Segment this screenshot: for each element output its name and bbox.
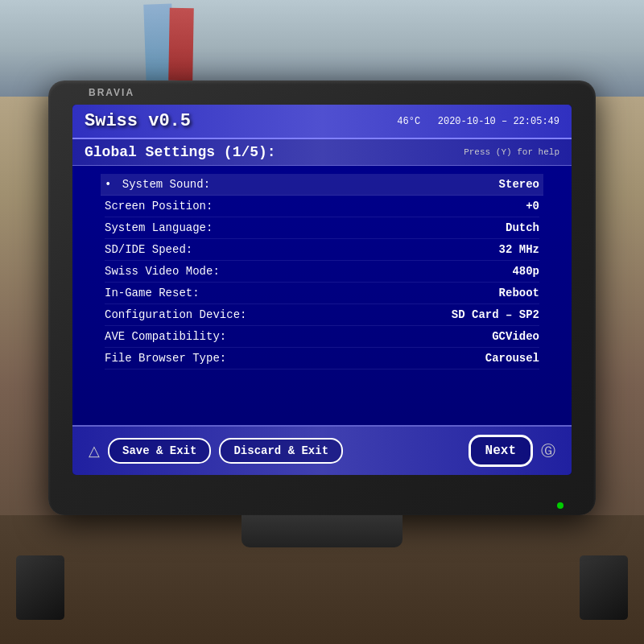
help-text: Press (Y) for help xyxy=(464,147,559,157)
tv-brand: BRAVIA xyxy=(89,87,134,98)
setting-row-6[interactable]: Configuration Device: SD Card – SP2 xyxy=(105,304,539,326)
discard-exit-button[interactable]: Discard & Exit xyxy=(219,438,343,464)
setting-row-4[interactable]: Swiss Video Mode: 480p xyxy=(105,261,539,283)
setting-row-1[interactable]: Screen Position: +0 xyxy=(105,196,539,217)
triangle-icon: △ xyxy=(89,442,100,460)
setting-value-5: Reboot xyxy=(499,287,539,299)
setting-row-2[interactable]: System Language: Dutch xyxy=(105,217,539,239)
setting-label-8: File Browser Type: xyxy=(105,352,226,365)
setting-row-7[interactable]: AVE Compatibility: GCVideo xyxy=(105,326,539,348)
setting-row-8[interactable]: File Browser Type: Carousel xyxy=(105,348,539,369)
setting-value-0: Stereo xyxy=(499,178,539,191)
settings-list: • System Sound: Stereo Screen Position: … xyxy=(89,166,555,378)
setting-value-6: SD Card – SP2 xyxy=(452,308,539,321)
setting-value-2: Dutch xyxy=(506,221,539,234)
tv-body: BRAVIA Swiss v0.5 46°C 2020-10-10 – 22:0… xyxy=(48,80,596,515)
tv-screen: Swiss v0.5 46°C 2020-10-10 – 22:05:49 Gl… xyxy=(72,105,572,475)
setting-value-7: GCVideo xyxy=(492,330,539,343)
setting-row-3[interactable]: SD/IDE Speed: 32 MHz xyxy=(105,239,539,261)
app-title: Swiss v0.5 xyxy=(85,111,191,131)
setting-label-5: In-Game Reset: xyxy=(105,287,200,299)
temperature: 46°C xyxy=(397,116,420,127)
setting-value-3: 32 MHz xyxy=(499,243,539,256)
speaker-right xyxy=(580,555,628,620)
setting-label-1: Screen Position: xyxy=(105,200,213,213)
setting-row-5[interactable]: In-Game Reset: Reboot xyxy=(105,283,539,304)
setting-label-0: • System Sound: xyxy=(105,178,210,191)
setting-label-6: Configuration Device: xyxy=(105,308,246,321)
bottom-left: △ Save & Exit Discard & Exit xyxy=(89,438,343,464)
setting-label-3: SD/IDE Speed: xyxy=(105,243,192,256)
setting-value-4: 480p xyxy=(512,265,539,278)
title-info: 46°C 2020-10-10 – 22:05:49 xyxy=(397,116,559,127)
save-exit-button[interactable]: Save & Exit xyxy=(108,438,211,464)
next-button[interactable]: Next xyxy=(469,435,533,467)
setting-label-4: Swiss Video Mode: xyxy=(105,265,220,278)
book2 xyxy=(168,8,194,81)
settings-area: • System Sound: Stereo Screen Position: … xyxy=(72,166,572,378)
setting-value-1: +0 xyxy=(526,200,539,213)
setting-value-8: Carousel xyxy=(485,352,539,365)
setting-label-2: System Language: xyxy=(105,221,213,234)
speaker-left xyxy=(16,555,64,620)
power-indicator xyxy=(557,502,564,509)
setting-row-0[interactable]: • System Sound: Stereo xyxy=(101,174,543,196)
screen-content: Swiss v0.5 46°C 2020-10-10 – 22:05:49 Gl… xyxy=(72,105,572,475)
page-header: Global Settings (1/5): Press (Y) for hel… xyxy=(72,139,572,166)
title-bar: Swiss v0.5 46°C 2020-10-10 – 22:05:49 xyxy=(72,105,572,139)
datetime: 2020-10-10 – 22:05:49 xyxy=(438,116,559,127)
bullet-0: • xyxy=(105,178,111,191)
page-title: Global Settings (1/5): xyxy=(85,144,276,160)
bottom-bar: △ Save & Exit Discard & Exit Next Ⓖ xyxy=(72,425,572,475)
tv-stand xyxy=(242,515,402,547)
setting-label-7: AVE Compatibility: xyxy=(105,330,226,343)
bottom-right: Next Ⓖ xyxy=(469,435,555,467)
g-icon: Ⓖ xyxy=(541,441,555,460)
